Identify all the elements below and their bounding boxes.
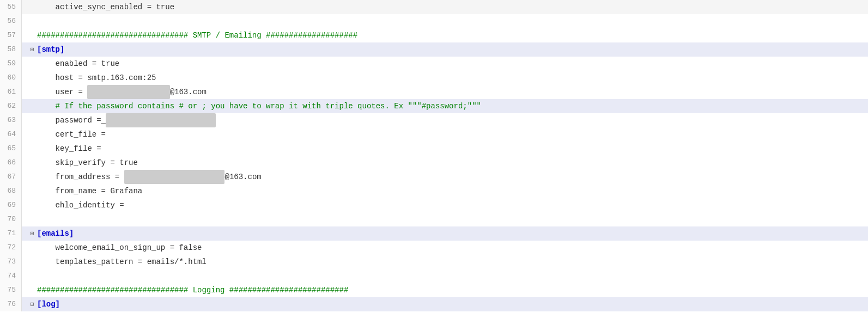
line-content: active_sync_enabled = true bbox=[22, 0, 868, 14]
line-number: 69 bbox=[0, 198, 22, 212]
code-line: 64 cert_file = bbox=[0, 127, 868, 142]
fold-icon[interactable]: ⊟ bbox=[28, 230, 36, 237]
line-content: ⊟[log] bbox=[22, 297, 868, 311]
line-content: ehlo_identity = bbox=[22, 198, 868, 212]
line-number: 60 bbox=[0, 71, 22, 85]
line-number: 61 bbox=[0, 85, 22, 99]
fold-icon[interactable]: ⊟ bbox=[28, 46, 36, 53]
code-token: welcome_email_on_sign_up = false bbox=[37, 241, 202, 255]
code-token: ################################# SMTP /… bbox=[37, 28, 357, 42]
line-number: 63 bbox=[0, 113, 22, 127]
code-line: 72 welcome_email_on_sign_up = false bbox=[0, 241, 868, 255]
line-number: 66 bbox=[0, 156, 22, 170]
code-token: @163.com bbox=[224, 170, 261, 184]
code-token: templates_pattern = emails/*.html bbox=[37, 255, 207, 269]
code-editor: 55 active_sync_enabled = true5657#######… bbox=[0, 0, 868, 325]
line-number: 73 bbox=[0, 255, 22, 269]
code-line: 63 password =_ bbox=[0, 113, 868, 127]
line-number: 59 bbox=[0, 57, 22, 71]
line-content: cert_file = bbox=[22, 127, 868, 142]
code-line: 76⊟[log] bbox=[0, 297, 868, 311]
redacted-text bbox=[106, 113, 216, 127]
code-line: 65 key_file = bbox=[0, 142, 868, 156]
code-line: 59 enabled = true bbox=[0, 57, 868, 71]
code-token: host = smtp.163.com:25 bbox=[37, 71, 156, 85]
code-line: 74 bbox=[0, 269, 868, 283]
line-number: 65 bbox=[0, 142, 22, 156]
line-content: from_name = Grafana bbox=[22, 184, 868, 198]
line-number: 75 bbox=[0, 283, 22, 297]
code-line: 71⊟[emails] bbox=[0, 226, 868, 241]
code-token: from_address = bbox=[37, 170, 124, 184]
code-line: 56 bbox=[0, 14, 868, 28]
line-number: 64 bbox=[0, 127, 22, 142]
line-number: 70 bbox=[0, 212, 22, 226]
code-token: password =_ bbox=[37, 113, 106, 127]
line-number: 76 bbox=[0, 297, 22, 311]
code-token: [emails] bbox=[37, 226, 74, 241]
line-content: welcome_email_on_sign_up = false bbox=[22, 241, 868, 255]
line-content bbox=[22, 14, 868, 28]
code-token: @163.com bbox=[170, 85, 207, 99]
line-content: ⊟[emails] bbox=[22, 226, 868, 241]
code-line: 57################################# SMTP… bbox=[0, 28, 868, 42]
redacted-text bbox=[124, 170, 225, 184]
line-content: enabled = true bbox=[22, 57, 868, 71]
code-line: 61 user = @163.com bbox=[0, 85, 868, 99]
line-content: password =_ bbox=[22, 113, 868, 127]
code-token: from_name = Grafana bbox=[37, 184, 142, 198]
code-token: ################################# Loggin… bbox=[37, 283, 348, 297]
code-line: 60 host = smtp.163.com:25 bbox=[0, 71, 868, 85]
code-token: active_sync_enabled = true bbox=[37, 0, 174, 14]
code-token: cert_file = bbox=[37, 127, 110, 142]
code-token: enabled = true bbox=[37, 57, 119, 71]
line-content: ################################# SMTP /… bbox=[22, 28, 868, 42]
line-number: 74 bbox=[0, 269, 22, 283]
line-content: ⊟[smtp] bbox=[22, 42, 868, 57]
line-content: key_file = bbox=[22, 142, 868, 156]
code-token: key_file = bbox=[37, 142, 106, 156]
line-number: 71 bbox=[0, 226, 22, 241]
line-number: 68 bbox=[0, 184, 22, 198]
code-line: 73 templates_pattern = emails/*.html bbox=[0, 255, 868, 269]
code-token: ehlo_identity = bbox=[37, 198, 129, 212]
line-content bbox=[22, 269, 868, 283]
code-line: 68 from_name = Grafana bbox=[0, 184, 868, 198]
code-line: 66 skip_verify = true bbox=[0, 156, 868, 170]
redacted-text bbox=[87, 85, 169, 99]
line-number: 62 bbox=[0, 99, 22, 113]
line-number: 57 bbox=[0, 28, 22, 42]
line-content: ################################# Loggin… bbox=[22, 283, 868, 297]
code-line: 67 from_address = @163.com bbox=[0, 170, 868, 184]
line-number: 72 bbox=[0, 241, 22, 255]
line-content bbox=[22, 212, 868, 226]
line-number: 56 bbox=[0, 14, 22, 28]
fold-icon[interactable]: ⊟ bbox=[28, 301, 36, 308]
line-number: 55 bbox=[0, 0, 22, 14]
line-content: user = @163.com bbox=[22, 85, 868, 99]
code-token: user = bbox=[37, 85, 87, 99]
line-number: 58 bbox=[0, 42, 22, 57]
code-token: skip_verify = true bbox=[37, 156, 138, 170]
code-line: 69 ehlo_identity = bbox=[0, 198, 868, 212]
code-line: 70 bbox=[0, 212, 868, 226]
code-line: 62 # If the password contains # or ; you… bbox=[0, 99, 868, 113]
code-token: [log] bbox=[37, 297, 60, 311]
line-content: host = smtp.163.com:25 bbox=[22, 71, 868, 85]
code-line: 55 active_sync_enabled = true bbox=[0, 0, 868, 14]
code-line: 75################################# Logg… bbox=[0, 283, 868, 297]
line-number: 67 bbox=[0, 170, 22, 184]
code-token: # If the password contains # or ; you ha… bbox=[37, 99, 481, 113]
code-line: 58⊟[smtp] bbox=[0, 42, 868, 57]
code-token: [smtp] bbox=[37, 42, 64, 57]
line-content: templates_pattern = emails/*.html bbox=[22, 255, 868, 269]
line-content: # If the password contains # or ; you ha… bbox=[22, 99, 868, 113]
line-content: from_address = @163.com bbox=[22, 170, 868, 184]
line-content: skip_verify = true bbox=[22, 156, 868, 170]
